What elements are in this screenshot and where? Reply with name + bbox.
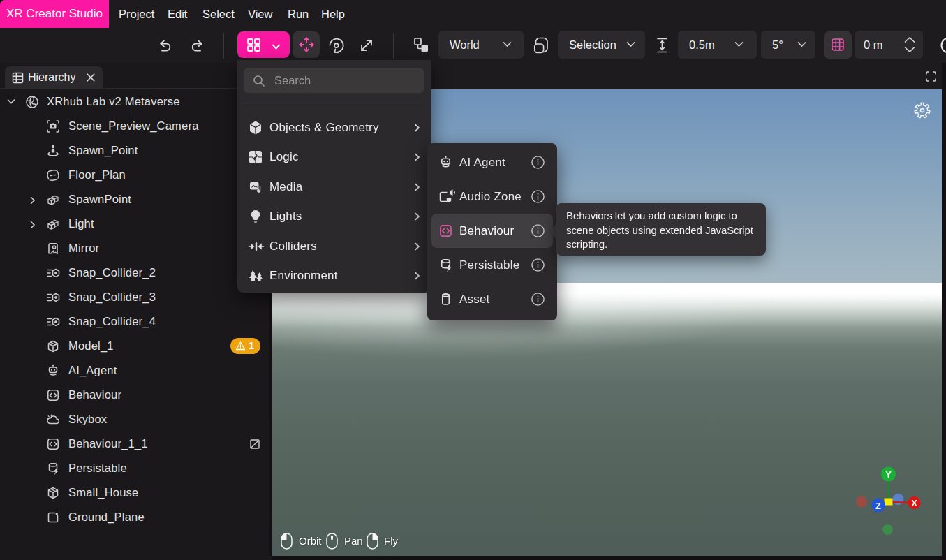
svg-text:X: X: [911, 498, 917, 508]
svg-text:Y: Y: [885, 469, 892, 480]
svg-text:Z: Z: [875, 501, 881, 511]
